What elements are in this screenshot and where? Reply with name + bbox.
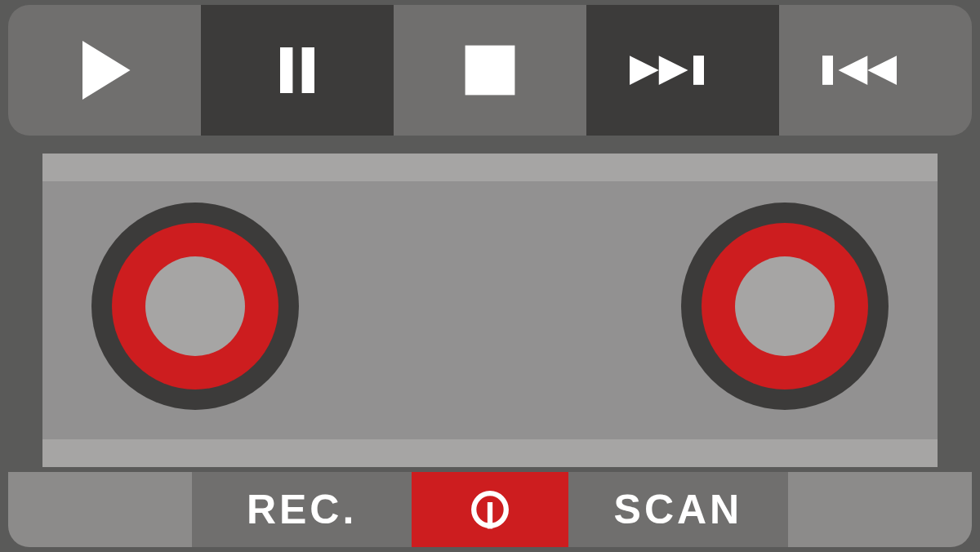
record-button[interactable]: REC. <box>192 472 412 547</box>
record-label: REC. <box>247 486 357 533</box>
right-reel-ring <box>702 223 868 390</box>
left-reel <box>91 203 299 410</box>
svg-marker-5 <box>659 56 688 85</box>
prev-button[interactable] <box>779 5 972 136</box>
left-reel-hub <box>145 256 245 356</box>
svg-rect-3 <box>466 46 515 96</box>
left-reel-ring <box>112 223 278 390</box>
svg-marker-0 <box>82 41 131 100</box>
scan-button[interactable]: SCAN <box>568 472 789 547</box>
svg-marker-9 <box>839 56 868 85</box>
pause-icon <box>269 38 326 103</box>
next-button[interactable] <box>586 5 779 136</box>
svg-marker-4 <box>630 56 659 85</box>
deck-rail-top <box>42 154 938 181</box>
stop-button[interactable] <box>394 5 586 136</box>
svg-rect-7 <box>822 56 833 85</box>
power-icon <box>468 487 512 532</box>
right-reel-hub <box>735 256 835 356</box>
transport-bar <box>8 5 972 136</box>
next-track-icon <box>630 46 736 95</box>
svg-rect-6 <box>693 56 704 85</box>
bottom-bar: REC. SCAN <box>8 472 972 547</box>
play-button[interactable] <box>8 5 201 136</box>
bottom-spacer-right <box>788 472 972 547</box>
scan-label: SCAN <box>614 486 743 533</box>
stop-icon <box>457 38 523 103</box>
cassette-deck-frame: REC. SCAN <box>0 0 980 552</box>
svg-rect-1 <box>280 47 292 93</box>
right-reel <box>681 203 889 410</box>
prev-track-icon <box>822 46 929 95</box>
pause-button[interactable] <box>201 5 394 136</box>
cassette-deck <box>42 154 938 467</box>
power-button[interactable] <box>412 472 568 547</box>
svg-rect-2 <box>302 47 314 93</box>
play-icon <box>68 33 141 107</box>
svg-marker-8 <box>867 56 897 85</box>
bottom-spacer-left <box>8 472 192 547</box>
deck-rail-bottom <box>42 439 938 467</box>
